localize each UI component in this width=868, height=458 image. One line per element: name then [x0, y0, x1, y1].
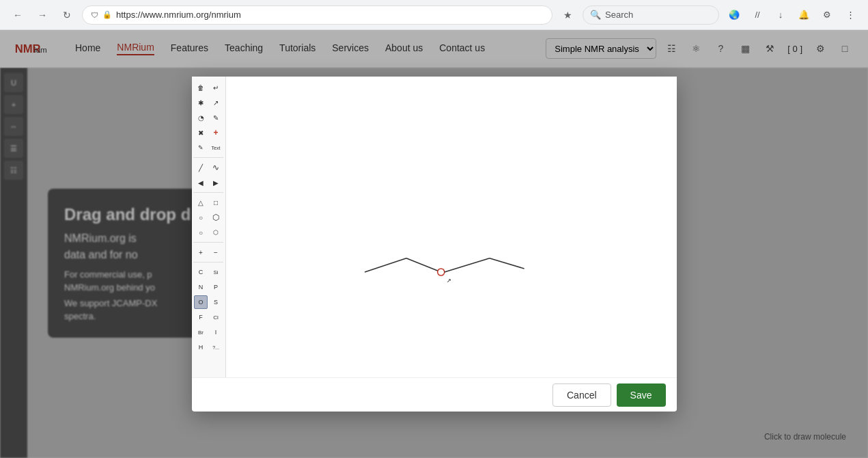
svg-line-3	[406, 258, 441, 272]
charge-tool[interactable]: +	[209, 126, 223, 139]
custom-atom-tool[interactable]: ?...	[209, 340, 223, 354]
extension-icon-1[interactable]: 🌏	[725, 5, 744, 25]
divider-4	[193, 262, 223, 262]
sulfur-tool[interactable]: S	[209, 295, 223, 309]
atom-row-1: C Si	[194, 265, 223, 279]
tool-row-5: ✎ Text	[194, 141, 223, 154]
search-bar[interactable]: 🔍 Search	[583, 5, 719, 25]
svg-line-5	[444, 258, 489, 272]
svg-line-6	[489, 258, 524, 269]
extension-icon-2[interactable]: //	[748, 5, 767, 25]
star-button[interactable]: ★	[558, 5, 577, 25]
svg-point-4	[437, 269, 444, 275]
mol-editor-modal: 🗑 ↵ ✱ ↗ ◔ ✎ ✖ +	[192, 77, 677, 412]
url-text: https://www.nmrium.org/nmrium	[116, 10, 241, 20]
notification-icon[interactable]: 🔔	[794, 5, 813, 25]
text-tool[interactable]: Text	[209, 141, 223, 154]
silicon-tool[interactable]: Si	[209, 265, 223, 279]
circle2-tool[interactable]: ○	[194, 226, 208, 239]
download-icon[interactable]: ↓	[771, 5, 790, 25]
lasso-tool[interactable]: ◔	[194, 111, 208, 124]
arrow-right-tool[interactable]: ▶	[209, 176, 223, 189]
tool-row-7: ◀ ▶	[194, 176, 223, 189]
minus-tool[interactable]: −	[209, 245, 223, 259]
svg-text:↗: ↗	[446, 275, 451, 284]
tool-row-3: ◔ ✎	[194, 111, 223, 124]
undo-tool[interactable]: ↵	[209, 81, 223, 94]
hexagon-tool[interactable]: ⬡	[209, 211, 223, 224]
mol-svg: ↗	[226, 77, 677, 377]
triangle-tool[interactable]: △	[194, 196, 208, 209]
tool-row-11: + −	[194, 245, 223, 259]
mol-toolbar: 🗑 ↵ ✱ ↗ ◔ ✎ ✖ +	[192, 77, 226, 377]
modal-body: 🗑 ↵ ✱ ↗ ◔ ✎ ✖ +	[192, 77, 677, 377]
carbon-tool[interactable]: C	[194, 265, 208, 279]
search-icon: 🔍	[590, 10, 601, 20]
mol-canvas[interactable]: ↗	[226, 77, 677, 377]
tool-row-10: ○ ⬡	[194, 226, 223, 239]
cancel-button[interactable]: Cancel	[552, 383, 611, 407]
square-tool[interactable]: □	[209, 196, 223, 209]
divider-1	[193, 157, 223, 158]
save-button[interactable]: Save	[617, 383, 666, 407]
tool-row-1: 🗑 ↵	[194, 81, 223, 94]
site-wrapper: NMR ium Home NMRium Features Teaching Tu…	[0, 30, 868, 458]
hydrogen-tool[interactable]: H	[194, 340, 208, 354]
modal-footer: Cancel Save	[192, 377, 677, 412]
nitrogen-tool[interactable]: N	[194, 280, 208, 294]
plus-tool[interactable]: +	[194, 245, 208, 259]
delete-tool[interactable]: 🗑	[194, 81, 208, 94]
lock-icon: 🔒	[102, 10, 112, 19]
atom-row-2: N P	[194, 280, 223, 294]
circle-tool[interactable]: ○	[194, 211, 208, 224]
octagon-tool[interactable]: ⬡	[209, 226, 223, 239]
divider-3	[193, 242, 223, 243]
phosphorus-tool[interactable]: P	[209, 280, 223, 294]
svg-line-2	[365, 258, 406, 272]
forward-button[interactable]: →	[33, 5, 52, 25]
pencil-tool[interactable]: ✎	[209, 111, 223, 124]
iodine-tool[interactable]: I	[209, 325, 223, 339]
search-text: Search	[605, 10, 633, 20]
browser-icons: 🌏 // ↓ 🔔 ⚙ ⋮	[725, 5, 860, 25]
back-button[interactable]: ←	[8, 5, 27, 25]
star-tool[interactable]: ✱	[194, 96, 208, 109]
tool-row-9: ○ ⬡	[194, 211, 223, 224]
tool-row-8: △ □	[194, 196, 223, 209]
bond-tool[interactable]: ↗	[209, 96, 223, 109]
chlorine-tool[interactable]: Cl	[209, 310, 223, 324]
atom-row-4: F Cl	[194, 310, 223, 324]
line-tool[interactable]: ╱	[194, 161, 208, 174]
oxygen-tool[interactable]: O	[194, 295, 208, 309]
fluorine-tool[interactable]: F	[194, 310, 208, 324]
atom-row-6: H ?...	[194, 340, 223, 354]
draw-tool[interactable]: ✎	[194, 141, 208, 154]
eraser-tool[interactable]: ✖	[194, 126, 208, 139]
browser-bar: ← → ↻ 🛡 🔒 https://www.nmrium.org/nmrium …	[0, 0, 868, 30]
menu-icon[interactable]: ⋮	[841, 5, 860, 25]
tool-row-2: ✱ ↗	[194, 96, 223, 109]
atom-row-3: O S	[194, 295, 223, 309]
reload-button[interactable]: ↻	[57, 5, 76, 25]
atom-row-5: Br I	[194, 325, 223, 339]
puzzle-icon[interactable]: ⚙	[817, 5, 837, 25]
bromine-tool[interactable]: Br	[194, 325, 208, 339]
tool-row-4: ✖ +	[194, 126, 223, 139]
divider-2	[193, 192, 223, 193]
arrow-left-tool[interactable]: ◀	[194, 176, 208, 189]
shield-icon: 🛡	[91, 11, 98, 19]
tool-row-6: ╱ ∿	[194, 161, 223, 174]
address-bar[interactable]: 🛡 🔒 https://www.nmrium.org/nmrium	[82, 5, 552, 25]
modal-overlay: 🗑 ↵ ✱ ↗ ◔ ✎ ✖ +	[0, 30, 868, 458]
wave-tool[interactable]: ∿	[209, 161, 223, 174]
